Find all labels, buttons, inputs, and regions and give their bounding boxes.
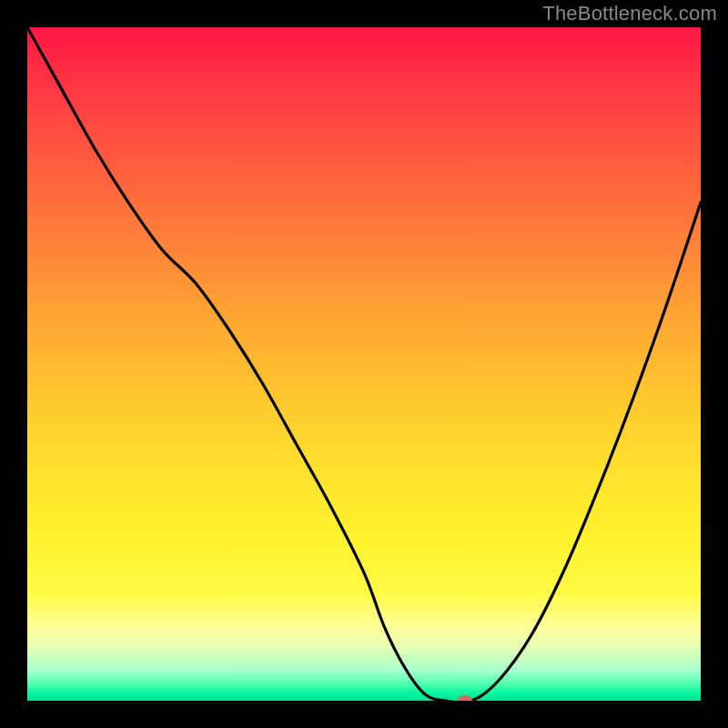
bottleneck-marker [458,695,472,701]
watermark-text: TheBottleneck.com [542,2,717,25]
plot-area [27,27,701,701]
chart-container: TheBottleneck.com [0,0,728,728]
curve-line [27,27,701,701]
